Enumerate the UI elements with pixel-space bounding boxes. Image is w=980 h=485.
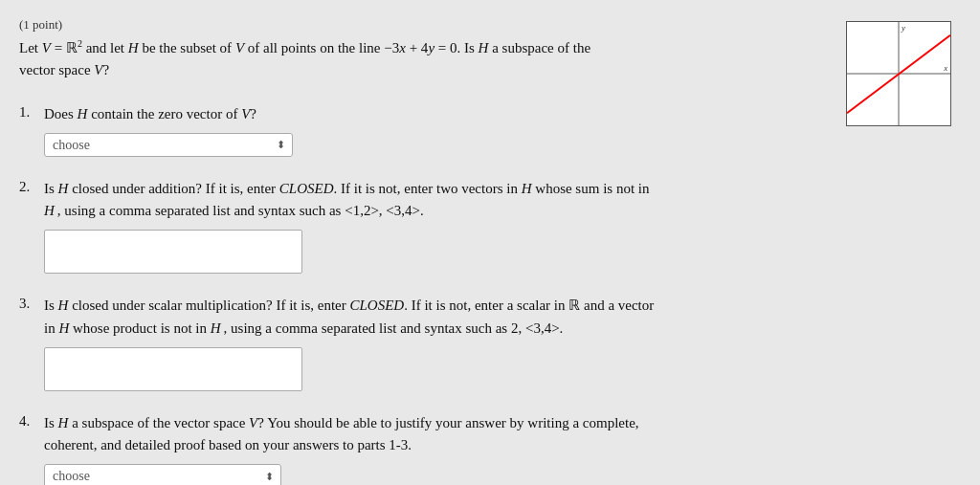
var-V: V bbox=[42, 40, 51, 55]
question-row-1: 1. Does H contain the zero vector of V? … bbox=[19, 103, 827, 157]
question-3-input[interactable] bbox=[44, 347, 302, 391]
page-container: (1 point) Let V = ℝ2 and let H be the su… bbox=[0, 0, 980, 485]
main-content: (1 point) Let V = ℝ2 and let H be the su… bbox=[19, 17, 827, 485]
question-2-input[interactable] bbox=[44, 230, 302, 274]
question-row-2: 2. Is H closed under addition? If it is,… bbox=[19, 178, 827, 275]
graph-box: y x bbox=[846, 21, 951, 126]
question-body-3: Is H closed under scalar multiplication?… bbox=[44, 295, 827, 391]
question-item-2: 2. Is H closed under addition? If it is,… bbox=[19, 178, 827, 275]
svg-text:y: y bbox=[901, 23, 905, 33]
question-body-2: Is H closed under addition? If it is, en… bbox=[44, 178, 827, 275]
problem-statement: Let V = ℝ2 and let H be the subset of V … bbox=[19, 36, 827, 82]
question-text-4: Is H a subspace of the vector space V? Y… bbox=[44, 412, 827, 457]
svg-text:x: x bbox=[943, 63, 947, 73]
question-item-4: 4. Is H a subspace of the vector space V… bbox=[19, 412, 827, 485]
question-body-1: Does H contain the zero vector of V? cho… bbox=[44, 103, 827, 157]
question-row-4: 4. Is H a subspace of the vector space V… bbox=[19, 412, 827, 485]
question-num-2: 2. bbox=[19, 178, 38, 195]
question-1-select[interactable]: choose Yes No bbox=[44, 133, 293, 157]
var-H: H bbox=[128, 40, 139, 55]
question-list: 1. Does H contain the zero vector of V? … bbox=[19, 103, 827, 486]
question-num-4: 4. bbox=[19, 412, 38, 430]
question-text-1: Does H contain the zero vector of V? bbox=[44, 103, 827, 125]
question-row-3: 3. Is H closed under scalar multiplicati… bbox=[19, 295, 827, 391]
question-item-1: 1. Does H contain the zero vector of V? … bbox=[19, 103, 827, 157]
question-num-1: 1. bbox=[19, 103, 38, 121]
question-text-3: Is H closed under scalar multiplication?… bbox=[44, 295, 827, 340]
question-item-3: 3. Is H closed under scalar multiplicati… bbox=[19, 295, 827, 391]
select-wrapper-4[interactable]: choose Yes No bbox=[44, 464, 281, 485]
graph-container: y x bbox=[846, 21, 961, 126]
question-4-select[interactable]: choose Yes No bbox=[44, 464, 281, 485]
question-text-2: Is H closed under addition? If it is, en… bbox=[44, 178, 827, 223]
select-wrapper-1[interactable]: choose Yes No bbox=[44, 133, 293, 157]
question-num-3: 3. bbox=[19, 295, 38, 312]
points-label: (1 point) bbox=[19, 17, 827, 33]
question-body-4: Is H a subspace of the vector space V? Y… bbox=[44, 412, 827, 485]
graph-svg: y x bbox=[847, 22, 950, 125]
var-V2: V bbox=[235, 40, 244, 55]
